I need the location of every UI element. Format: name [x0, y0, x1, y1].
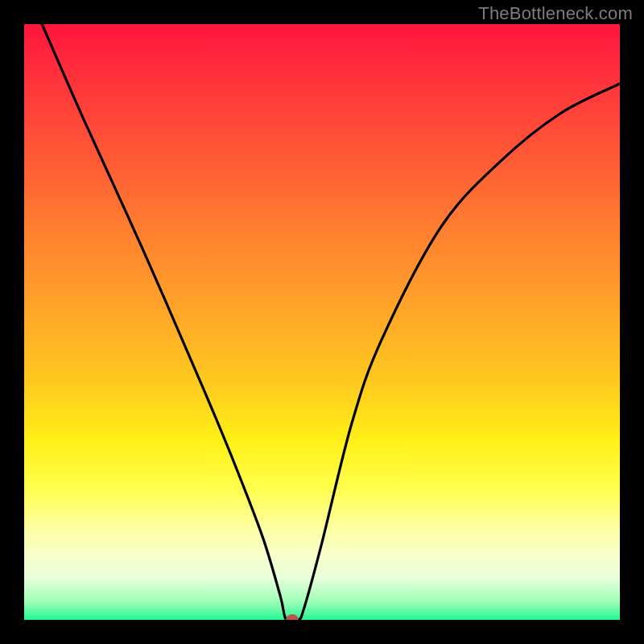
plot-area: [24, 24, 620, 620]
optimum-marker: [286, 614, 299, 620]
chart-frame: TheBottleneck.com: [0, 0, 644, 644]
curve-svg: [24, 24, 620, 620]
watermark-text: TheBottleneck.com: [478, 3, 633, 24]
bottleneck-curve: [42, 24, 620, 620]
